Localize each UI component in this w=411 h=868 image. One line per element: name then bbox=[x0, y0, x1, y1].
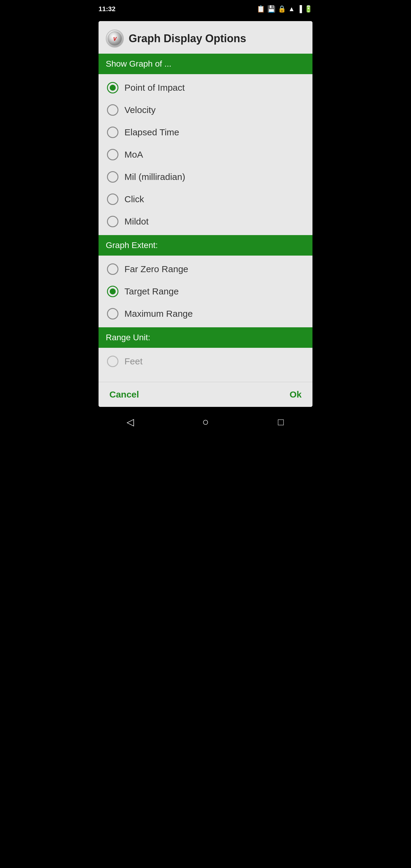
status-bar: 11:32 📋 💾 🔒 ▲ ▐ 🔋 bbox=[93, 0, 318, 18]
radio-velocity[interactable] bbox=[107, 104, 119, 116]
radio-mil-milliradian[interactable] bbox=[107, 171, 119, 183]
radio-moa[interactable] bbox=[107, 149, 119, 160]
option-mildot[interactable]: Mildot bbox=[98, 210, 313, 233]
phone-frame: 11:32 📋 💾 🔒 ▲ ▐ 🔋 bbox=[93, 0, 318, 434]
dialog-title: Graph Display Options bbox=[129, 32, 246, 45]
section-header-range-unit: Range Unit: bbox=[98, 327, 313, 348]
recent-button[interactable] bbox=[272, 415, 290, 429]
status-icons: 📋 💾 🔒 ▲ ▐ 🔋 bbox=[257, 5, 313, 13]
signal-icon: ▐ bbox=[297, 5, 302, 13]
label-moa: MoA bbox=[124, 150, 143, 160]
range-unit-options: Feet bbox=[98, 348, 313, 375]
label-mil-milliradian: Mil (milliradian) bbox=[124, 172, 185, 182]
option-far-zero-range[interactable]: Far Zero Range bbox=[98, 258, 313, 280]
show-graph-options: Point of Impact Velocity Elapsed Time Mo… bbox=[98, 74, 313, 235]
label-velocity: Velocity bbox=[124, 105, 156, 115]
label-mildot: Mildot bbox=[124, 216, 149, 227]
storage-icon: 💾 bbox=[267, 5, 276, 13]
cancel-button[interactable]: Cancel bbox=[106, 387, 143, 402]
section-header-show-graph-text: Show Graph of ... bbox=[106, 59, 171, 68]
option-mil-milliradian[interactable]: Mil (milliradian) bbox=[98, 166, 313, 188]
radio-elapsed-time[interactable] bbox=[107, 127, 119, 138]
label-elapsed-time: Elapsed Time bbox=[124, 127, 179, 137]
option-point-of-impact[interactable]: Point of Impact bbox=[98, 76, 313, 99]
label-feet: Feet bbox=[124, 356, 143, 367]
shield-icon: 🔒 bbox=[278, 5, 286, 13]
dialog-title-bar: V Graph Display Options bbox=[98, 21, 313, 54]
dialog-footer: Cancel Ok bbox=[98, 382, 313, 407]
option-maximum-range[interactable]: Maximum Range bbox=[98, 303, 313, 325]
wifi-icon: ▲ bbox=[288, 5, 295, 13]
back-button[interactable] bbox=[121, 415, 139, 429]
option-click[interactable]: Click bbox=[98, 188, 313, 210]
option-elapsed-time[interactable]: Elapsed Time bbox=[98, 121, 313, 144]
graph-extent-options: Far Zero Range Target Range Maximum Rang… bbox=[98, 255, 313, 327]
option-velocity[interactable]: Velocity bbox=[98, 99, 313, 121]
radio-feet[interactable] bbox=[107, 355, 119, 367]
label-click: Click bbox=[124, 194, 144, 204]
option-feet[interactable]: Feet bbox=[98, 350, 313, 373]
radio-target-range[interactable] bbox=[107, 286, 119, 297]
section-header-graph-extent: Graph Extent: bbox=[98, 235, 313, 255]
label-point-of-impact: Point of Impact bbox=[124, 83, 185, 93]
option-moa[interactable]: MoA bbox=[98, 144, 313, 166]
svg-text:V: V bbox=[113, 36, 117, 41]
radio-far-zero-range[interactable] bbox=[107, 264, 119, 275]
status-time: 11:32 bbox=[98, 5, 116, 13]
label-far-zero-range: Far Zero Range bbox=[124, 264, 188, 274]
radio-point-of-impact[interactable] bbox=[107, 82, 119, 93]
radio-click[interactable] bbox=[107, 193, 119, 205]
label-target-range: Target Range bbox=[124, 286, 179, 297]
section-header-range-unit-text: Range Unit: bbox=[106, 333, 150, 342]
option-target-range[interactable]: Target Range bbox=[98, 280, 313, 303]
ok-button[interactable]: Ok bbox=[286, 387, 305, 402]
radio-mildot[interactable] bbox=[107, 216, 119, 227]
label-maximum-range: Maximum Range bbox=[124, 309, 193, 319]
clipboard-icon: 📋 bbox=[257, 5, 265, 13]
radio-maximum-range[interactable] bbox=[107, 308, 119, 319]
app-icon: V bbox=[106, 30, 124, 48]
section-header-graph-extent-text: Graph Extent: bbox=[106, 241, 158, 250]
section-header-show-graph: Show Graph of ... bbox=[98, 54, 313, 74]
dialog-container: V Graph Display Options Show Graph of ..… bbox=[98, 21, 313, 407]
nav-bar bbox=[93, 410, 318, 434]
battery-icon: 🔋 bbox=[304, 5, 313, 13]
home-button[interactable] bbox=[196, 415, 215, 429]
